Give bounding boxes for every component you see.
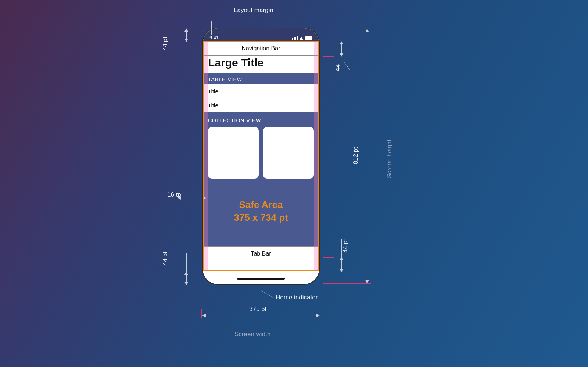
dim-tick (323, 283, 371, 284)
tableview-header: TABLE VIEW (203, 73, 319, 84)
dim-tick (320, 309, 320, 318)
dim-homeindicator (183, 272, 190, 285)
dim-tick (323, 29, 371, 29)
dim-tick (323, 56, 334, 57)
callout-screen-height: Screen height (386, 140, 393, 178)
wifi-icon (299, 37, 304, 40)
dim-navbar-label: 44 (334, 64, 342, 71)
leader-line (344, 62, 350, 70)
signal-icon (292, 36, 298, 40)
callout-screen-width: Screen width (234, 331, 270, 338)
dim-width-label: 375 pt (249, 306, 266, 313)
navigation-bar: Navigation Bar (203, 41, 319, 56)
dim-screen-height (364, 29, 371, 284)
dim-statusbar-label: 44 pt (162, 37, 169, 51)
dim-tick (176, 285, 187, 285)
battery-icon (305, 36, 312, 40)
collection-header: COLLECTION VIEW (208, 112, 314, 127)
table-row: Title (203, 84, 319, 98)
safe-area-caption-line1: Safe Area (207, 198, 315, 211)
collection-card (263, 127, 314, 179)
safe-area-caption-line2: 375 x 734 pt (207, 211, 315, 224)
diagram-stage: 9:41 Navigation Bar Large Title TABLE VI… (0, 0, 588, 367)
dim-tick (323, 272, 334, 272)
dim-sidemargin (178, 195, 211, 202)
dim-tabbar-label: 44 pt (342, 239, 349, 253)
dim-tick (201, 309, 202, 318)
dim-tabbar (338, 257, 345, 272)
safe-area-caption: Safe Area 375 x 734 pt (203, 184, 319, 246)
dim-statusbar (183, 29, 190, 42)
callout-layout-margin: Layout margin (234, 7, 273, 14)
dim-homeind-label: 44 pt (162, 252, 169, 266)
dim-height-label: 812 pt (352, 147, 359, 164)
collection-view: COLLECTION VIEW (203, 112, 319, 184)
status-time: 9:41 (209, 35, 219, 40)
leader-line (211, 21, 232, 21)
status-icons (292, 36, 312, 40)
dim-tick (189, 42, 200, 42)
tab-bar-label: Tab Bar (251, 251, 271, 257)
dim-tick (323, 257, 334, 258)
leader-line (261, 290, 275, 298)
leader-line (232, 14, 232, 21)
dim-screen-width (202, 312, 320, 320)
phone-frame: 9:41 Navigation Bar Large Title TABLE VI… (202, 28, 320, 285)
dim-tick (176, 272, 187, 272)
dim-navbar (338, 42, 345, 56)
collection-card (208, 127, 259, 179)
callout-home-indicator: Home indicator (276, 294, 318, 301)
home-indicator (237, 278, 285, 280)
navigation-bar-label: Navigation Bar (242, 45, 280, 52)
dim-tick (189, 29, 200, 29)
dim-tick (323, 42, 334, 42)
tab-bar: Tab Bar (203, 246, 319, 261)
leader-line (211, 21, 212, 35)
device-notch (233, 28, 288, 38)
large-title: Large Title (203, 56, 319, 73)
table-row: Title (203, 98, 319, 112)
